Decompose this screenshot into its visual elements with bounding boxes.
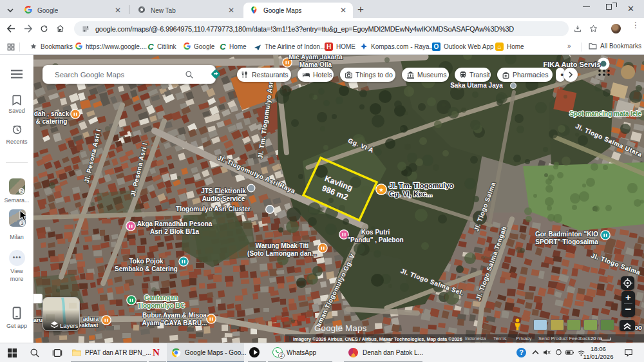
svg-text:Kos Putri: Kos Putri — [361, 229, 390, 236]
svg-text:Jl. Tm. Tlogomulyo: Jl. Tm. Tlogomulyo — [389, 182, 454, 189]
svg-text:SPORT" Tlogosalma: SPORT" Tlogosalma — [535, 238, 598, 245]
svg-text:Warung Mbak Titi: Warung Mbak Titi — [256, 242, 309, 249]
svg-text:Gantangan: Gantangan — [144, 294, 178, 301]
svg-text:Layers: Layers — [60, 322, 79, 329]
svg-text:Gor Badminton "KIO: Gor Badminton "KIO — [535, 231, 598, 238]
svg-text:Mie Ayam Jakarta: Mie Ayam Jakarta — [289, 55, 343, 61]
svg-text:★: ★ — [379, 187, 384, 193]
svg-text:Saka Utama Jaya: Saka Utama Jaya — [450, 82, 503, 89]
svg-text:Akga Ramadhan Pesona: Akga Ramadhan Pesona — [137, 220, 213, 227]
svg-text:Jl. Tlogo Salma Tengah: Jl. Tlogo Salma Tengah — [475, 225, 508, 301]
svg-text:Gg. VI, Kec...: Gg. VI, Kec... — [389, 190, 432, 198]
svg-text:"Pandu" , Palebon: "Pandu" , Palebon — [347, 236, 403, 243]
svg-text:Indonesia: Indonesia — [465, 336, 486, 341]
svg-text:eakfast: eakfast — [78, 322, 98, 329]
svg-text:Tlogomulyo Asri Cluster: Tlogomulyo Asri Cluster — [176, 205, 251, 213]
svg-text:& catering: & catering — [36, 118, 68, 125]
svg-text:Privacy: Privacy — [516, 336, 532, 341]
svg-text:Imagery ©2026 Airbus, CNES / A: Imagery ©2026 Airbus, CNES / Airbus, Max… — [293, 336, 462, 342]
svg-text:adura: adura — [83, 316, 100, 322]
svg-text:Jl. Tlogo Salma Utara: Jl. Tlogo Salma Utara — [574, 122, 643, 158]
svg-text:Jl. Tm. Tlogomulyo Asri: Jl. Tm. Tlogomulyo Asri — [256, 79, 274, 159]
svg-text:Send Product Feedback: Send Product Feedback — [538, 336, 591, 341]
svg-text:Spot mancing mata lele: Spot mancing mata lele — [569, 110, 641, 117]
svg-text:Asri 2 Blok B/1a: Asri 2 Blok B/1a — [150, 228, 200, 235]
svg-text:Jl. Pesona Asri I: Jl. Pesona Asri I — [83, 128, 102, 184]
svg-text:Jl. Pesona Asri I: Jl. Pesona Asri I — [129, 142, 149, 197]
svg-text:Jl. Tlogo Salma Sel.: Jl. Tlogo Salma Sel. — [399, 267, 464, 297]
svg-text:Jl. Tlogo Salma: Jl. Tlogo Salma — [590, 252, 641, 276]
svg-text:JTS Elektronik: JTS Elektronik — [201, 187, 246, 195]
svg-text:Sembako & Catering: Sembako & Catering — [115, 265, 178, 272]
svg-text:(Soto Lamongan dan...: (Soto Lamongan dan... — [247, 250, 317, 257]
svg-text:Google Maps: Google Maps — [314, 323, 367, 333]
svg-text:20 m: 20 m — [591, 336, 601, 341]
svg-text:Audio Service: Audio Service — [202, 195, 245, 202]
svg-text:Bubur Ayam & Misoa: Bubur Ayam & Misoa — [142, 312, 207, 319]
svg-text:Terms: Terms — [493, 336, 507, 341]
svg-text:dah , snack: dah , snack — [34, 110, 70, 117]
svg-text:Gg. VI A: Gg. VI A — [347, 137, 375, 154]
svg-text:Tlogomulyo BC: Tlogomulyo BC — [137, 302, 185, 309]
svg-text:Jl. Tlogo Salma: Jl. Tlogo Salma — [473, 181, 497, 233]
svg-text:aru: aru — [33, 317, 43, 323]
svg-text:Ayam "GAYA BARU...: Ayam "GAYA BARU... — [142, 319, 207, 327]
svg-text:aman Tlogomulyo Gg. V: aman Tlogomulyo Gg. V — [315, 252, 357, 328]
svg-text:Toko Pojok: Toko Pojok — [129, 258, 164, 265]
